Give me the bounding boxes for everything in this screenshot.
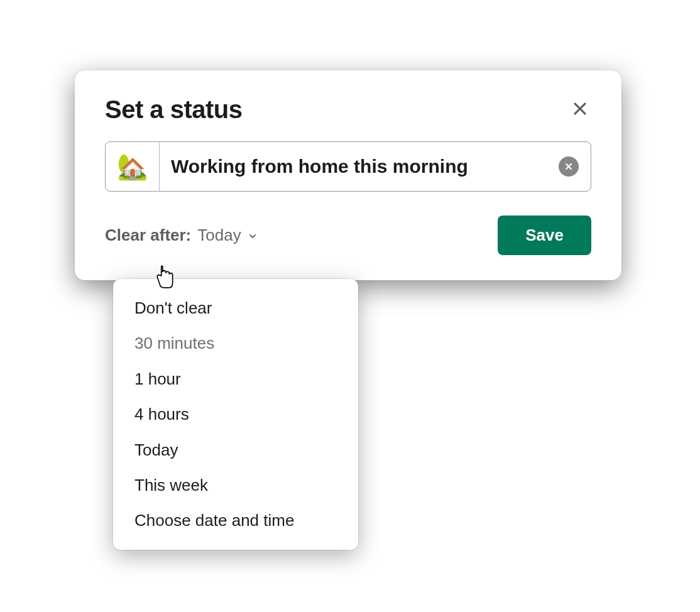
dropdown-item[interactable]: Don't clear bbox=[113, 290, 358, 325]
status-text-input[interactable] bbox=[160, 142, 547, 191]
set-status-modal: Set a status 🏡 Clear after: Today bbox=[75, 70, 621, 280]
status-input-row: 🏡 bbox=[105, 141, 591, 192]
dropdown-item[interactable]: 1 hour bbox=[113, 361, 358, 396]
modal-title: Set a status bbox=[105, 96, 243, 124]
status-emoji-picker[interactable]: 🏡 bbox=[106, 142, 160, 191]
dropdown-item[interactable]: Today bbox=[113, 432, 358, 467]
clear-status-button[interactable] bbox=[547, 142, 591, 191]
modal-footer: Clear after: Today Save bbox=[105, 216, 591, 255]
dropdown-item[interactable]: 30 minutes bbox=[113, 325, 358, 361]
clear-after-value: Today bbox=[197, 226, 241, 245]
clear-after-dropdown-trigger[interactable]: Clear after: Today bbox=[105, 226, 258, 245]
house-garden-icon: 🏡 bbox=[117, 152, 148, 182]
clear-after-dropdown: Don't clear30 minutes1 hour4 hoursTodayT… bbox=[113, 279, 358, 550]
modal-header: Set a status bbox=[105, 96, 591, 124]
dropdown-item[interactable]: Choose date and time bbox=[113, 503, 358, 538]
close-button[interactable] bbox=[569, 99, 591, 121]
dropdown-item[interactable]: This week bbox=[113, 467, 358, 503]
clear-after-label: Clear after: bbox=[105, 226, 191, 245]
save-button[interactable]: Save bbox=[498, 216, 591, 255]
close-icon bbox=[571, 100, 589, 120]
clear-icon bbox=[559, 156, 579, 177]
chevron-down-icon bbox=[248, 226, 258, 245]
dropdown-item[interactable]: 4 hours bbox=[113, 396, 358, 432]
